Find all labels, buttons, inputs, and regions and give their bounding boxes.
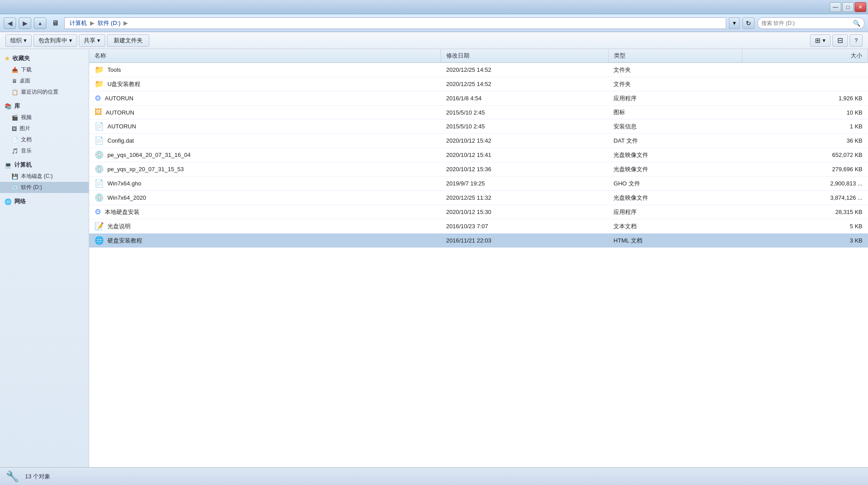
- file-name-cell[interactable]: ⚙ 本地硬盘安装: [89, 205, 441, 219]
- file-modified: 2019/9/7 19:25: [441, 177, 609, 191]
- file-type: GHO 文件: [608, 177, 742, 191]
- minimize-button[interactable]: —: [830, 2, 841, 12]
- refresh-button[interactable]: ↻: [742, 17, 755, 29]
- file-type: 应用程序: [608, 91, 742, 106]
- path-sep-1: ▶: [90, 20, 95, 26]
- sidebar-computer-header[interactable]: 💻 计算机: [0, 159, 89, 171]
- file-name-cell[interactable]: 📄 Win7x64.gho: [89, 177, 441, 191]
- file-name-cell[interactable]: 💿 pe_yqs_xp_20_07_31_15_53: [89, 162, 441, 177]
- sidebar-item-image[interactable]: 🖼 图片: [0, 123, 89, 134]
- table-row[interactable]: 📄 Win7x64.gho 2019/9/7 19:25 GHO 文件 2,90…: [89, 177, 868, 191]
- sidebar-item-video[interactable]: 🎬 视频: [0, 112, 89, 123]
- file-modified: 2016/1/8 4:54: [441, 91, 609, 106]
- path-computer[interactable]: 计算机: [68, 19, 88, 28]
- file-icon: 📝: [95, 222, 104, 231]
- col-type[interactable]: 类型: [608, 49, 742, 63]
- drive-d-icon: 💿: [12, 185, 18, 191]
- table-row[interactable]: 📁 U盘安装教程 2020/12/25 14:52 文件夹: [89, 77, 868, 91]
- table-row[interactable]: 💿 Win7x64_2020 2020/12/25 11:32 光盘映像文件 3…: [89, 191, 868, 205]
- address-dropdown-button[interactable]: ▾: [729, 17, 740, 29]
- file-name-cell[interactable]: 💿 Win7x64_2020: [89, 191, 441, 205]
- forward-button[interactable]: ▶: [19, 17, 31, 29]
- sidebar-item-drive-d[interactable]: 💿 软件 (D:): [0, 182, 89, 193]
- file-modified: 2016/11/21 22:03: [441, 234, 609, 248]
- file-type: 图标: [608, 106, 742, 119]
- file-name-cell[interactable]: 📁 Tools: [89, 63, 441, 77]
- file-icon: 📄: [95, 179, 104, 188]
- sidebar-item-drive-c[interactable]: 💾 本地磁盘 (C:): [0, 171, 89, 182]
- file-type: 文件夹: [608, 63, 742, 77]
- table-row[interactable]: 🌐 硬盘安装教程 2016/11/21 22:03 HTML 文档 3 KB: [89, 234, 868, 248]
- organize-button[interactable]: 组织 ▾: [5, 34, 32, 47]
- close-button[interactable]: ✕: [855, 2, 866, 12]
- table-row[interactable]: 📁 Tools 2020/12/25 14:52 文件夹: [89, 63, 868, 77]
- sidebar-network-header[interactable]: 🌐 网络: [0, 196, 89, 207]
- file-name: Win7x64.gho: [107, 180, 141, 187]
- table-row[interactable]: 📄 Config.dat 2020/10/12 15:42 DAT 文件 36 …: [89, 134, 868, 148]
- back-button[interactable]: ◀: [4, 17, 16, 29]
- search-icon[interactable]: 🔍: [853, 20, 860, 27]
- up-button[interactable]: ▲: [34, 17, 46, 29]
- sidebar-library-header[interactable]: 📚 库: [0, 100, 89, 112]
- table-row[interactable]: 📝 光盘说明 2016/10/23 7:07 文本文档 5 KB: [89, 219, 868, 234]
- file-name: Config.dat: [107, 137, 134, 144]
- search-input[interactable]: [761, 20, 851, 26]
- file-icon: 💿: [95, 193, 104, 202]
- sidebar-item-desktop[interactable]: 🖥 桌面: [0, 75, 89, 86]
- file-name-cell[interactable]: 📝 光盘说明: [89, 219, 441, 234]
- drive-c-icon: 💾: [12, 173, 18, 180]
- address-path[interactable]: 计算机 ▶ 软件 (D:) ▶: [64, 17, 726, 29]
- file-name: Win7x64_2020: [107, 194, 146, 201]
- file-name: 本地硬盘安装: [105, 208, 140, 216]
- new-folder-button[interactable]: 新建文件夹: [107, 34, 149, 47]
- file-modified: 2016/10/23 7:07: [441, 219, 609, 234]
- table-row[interactable]: 💿 pe_yqs_xp_20_07_31_15_53 2020/10/12 15…: [89, 162, 868, 177]
- file-modified: 2020/10/12 15:30: [441, 205, 609, 219]
- file-icon: 💿: [95, 150, 104, 160]
- table-row[interactable]: 🖼 AUTORUN 2015/5/10 2:45 图标 10 KB: [89, 106, 868, 119]
- file-name-cell[interactable]: 📁 U盘安装教程: [89, 77, 441, 91]
- status-count: 13 个对象: [25, 473, 50, 481]
- file-size: 652,072 KB: [742, 148, 868, 162]
- file-size: 1 KB: [742, 119, 868, 134]
- table-row[interactable]: 💿 pe_yqs_1064_20_07_31_16_04 2020/10/12 …: [89, 148, 868, 162]
- table-row[interactable]: ⚙ AUTORUN 2016/1/8 4:54 应用程序 1,926 KB: [89, 91, 868, 106]
- sidebar-item-recent[interactable]: 📋 最近访问的位置: [0, 86, 89, 98]
- file-name-cell[interactable]: 📄 AUTORUN: [89, 119, 441, 134]
- col-modified[interactable]: 修改日期: [441, 49, 609, 63]
- file-scroll[interactable]: 名称 修改日期 类型 大小 📁 Tools 2020/12/25 14:52 文…: [89, 49, 868, 467]
- file-name-cell[interactable]: 📄 Config.dat: [89, 134, 441, 148]
- col-name[interactable]: 名称: [89, 49, 441, 63]
- file-name-cell[interactable]: 💿 pe_yqs_1064_20_07_31_16_04: [89, 148, 441, 162]
- sidebar-item-downloads[interactable]: 📥 下载: [0, 64, 89, 75]
- file-type: 光盘映像文件: [608, 191, 742, 205]
- file-name-cell[interactable]: 🖼 AUTORUN: [89, 106, 441, 119]
- path-drive-d[interactable]: 软件 (D:): [96, 19, 122, 28]
- sidebar-item-docs[interactable]: 📄 文档: [0, 134, 89, 145]
- file-type: 应用程序: [608, 205, 742, 219]
- toolbar: 组织 ▾ 包含到库中 ▾ 共享 ▾ 新建文件夹 ⊞ ▾ ⊟ ?: [0, 32, 868, 49]
- file-modified: 2020/12/25 14:52: [441, 77, 609, 91]
- sidebar-section-computer: 💻 计算机 💾 本地磁盘 (C:) 💿 软件 (D:): [0, 159, 89, 193]
- file-modified: 2020/12/25 11:32: [441, 191, 609, 205]
- search-box[interactable]: 🔍: [757, 17, 864, 29]
- table-row[interactable]: ⚙ 本地硬盘安装 2020/10/12 15:30 应用程序 28,315 KB: [89, 205, 868, 219]
- preview-button[interactable]: ⊟: [832, 34, 848, 47]
- table-row[interactable]: 📄 AUTORUN 2015/5/10 2:45 安装信息 1 KB: [89, 119, 868, 134]
- file-type: 文件夹: [608, 77, 742, 91]
- file-icon: 🌐: [95, 236, 104, 245]
- file-size: 1,926 KB: [742, 91, 868, 106]
- file-name-cell[interactable]: 🌐 硬盘安装教程: [89, 234, 441, 248]
- file-name-cell[interactable]: ⚙ AUTORUN: [89, 91, 441, 106]
- help-button[interactable]: ?: [850, 34, 863, 47]
- sidebar-favorites-header[interactable]: ★ 收藏夹: [0, 53, 89, 64]
- maximize-button[interactable]: □: [842, 2, 854, 12]
- view-button[interactable]: ⊞ ▾: [810, 34, 831, 47]
- status-icon: 🔧: [5, 469, 20, 484]
- include-in-library-button[interactable]: 包含到库中 ▾: [33, 34, 77, 47]
- file-icon: ⚙: [95, 94, 101, 103]
- file-size: 2,900,813 ...: [742, 177, 868, 191]
- col-size[interactable]: 大小: [742, 49, 868, 63]
- sidebar-item-music[interactable]: 🎵 音乐: [0, 145, 89, 156]
- share-button[interactable]: 共享 ▾: [79, 34, 105, 47]
